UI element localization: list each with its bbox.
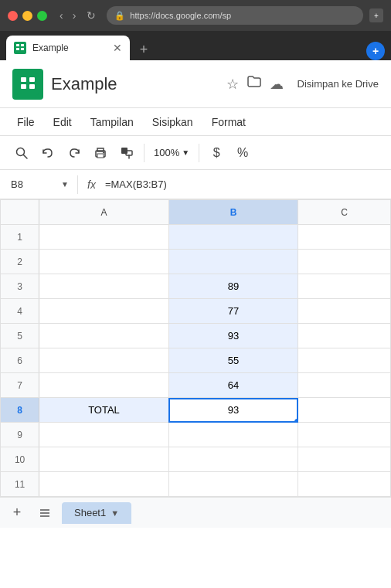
- col-header-a[interactable]: A: [39, 200, 169, 225]
- minimize-window-button[interactable]: [22, 11, 32, 21]
- formula-bar: B8 ▼ fx: [0, 170, 391, 199]
- col-header-b[interactable]: B: [168, 200, 298, 225]
- sheets-list-icon: [39, 507, 51, 519]
- cell-c11[interactable]: [298, 472, 391, 497]
- cell-a9[interactable]: [39, 423, 169, 447]
- menu-sisipkan[interactable]: Sisipkan: [144, 113, 201, 131]
- row-num-3: 3: [1, 274, 39, 299]
- currency-button[interactable]: $: [204, 141, 229, 165]
- cell-c3[interactable]: [298, 274, 391, 299]
- menu-edit[interactable]: Edit: [46, 113, 80, 131]
- add-sheet-button[interactable]: +: [6, 502, 28, 524]
- back-button[interactable]: ‹: [56, 8, 66, 23]
- cell-c6[interactable]: [298, 348, 391, 373]
- star-button[interactable]: ☆: [226, 76, 239, 93]
- cell-b4[interactable]: 77: [168, 299, 298, 324]
- tab-bar: Example ✕ + +: [0, 31, 391, 60]
- redo-button[interactable]: [62, 141, 87, 165]
- row-num-4: 4: [1, 299, 39, 324]
- print-button[interactable]: [88, 141, 113, 165]
- menu-tampilan[interactable]: Tampilan: [83, 113, 141, 131]
- sheet-menu-button[interactable]: [34, 502, 56, 524]
- cell-ref-dropdown[interactable]: ▼: [57, 177, 73, 192]
- sheet-tab-name: Sheet1: [74, 507, 106, 518]
- address-bar[interactable]: 🔒 https://docs.google.com/sp: [107, 6, 363, 25]
- table-row: 2: [1, 250, 391, 274]
- cell-a3[interactable]: [39, 274, 169, 299]
- print-icon: [94, 146, 107, 160]
- table-row: 7 64: [1, 373, 391, 398]
- svg-rect-14: [97, 148, 104, 151]
- cell-c10[interactable]: [298, 447, 391, 472]
- refresh-button[interactable]: ↻: [87, 9, 96, 22]
- extension-icon[interactable]: +: [369, 8, 383, 22]
- spreadsheet-table: A B C 1 2 3 89: [0, 199, 391, 497]
- toolbar-divider: [144, 144, 144, 162]
- cell-b5[interactable]: 93: [168, 324, 298, 348]
- cell-a11[interactable]: [39, 472, 169, 497]
- cell-b8[interactable]: 93: [168, 398, 298, 423]
- zoom-control[interactable]: 100% ▼: [149, 144, 194, 161]
- cell-a7[interactable]: [39, 373, 169, 398]
- account-icon[interactable]: +: [366, 42, 385, 60]
- toolbar: 100% ▼ $ %: [0, 136, 391, 170]
- cloud-button[interactable]: ☁: [270, 76, 284, 93]
- nav-arrows: ‹ ›: [56, 8, 79, 23]
- cell-c2[interactable]: [298, 250, 391, 274]
- close-window-button[interactable]: [8, 11, 18, 21]
- svg-rect-2: [21, 44, 24, 46]
- folder-button[interactable]: [246, 74, 262, 93]
- cell-b1[interactable]: [168, 225, 298, 250]
- cell-a2[interactable]: [39, 250, 169, 274]
- fill-handle[interactable]: [294, 419, 298, 423]
- menu-format[interactable]: Format: [204, 113, 253, 131]
- save-status-text: Disimpan ke Drive: [298, 78, 379, 90]
- cell-a5[interactable]: [39, 324, 169, 348]
- new-tab-button[interactable]: +: [133, 39, 155, 60]
- percent-symbol: %: [237, 146, 248, 160]
- cell-a8[interactable]: TOTAL: [39, 398, 169, 423]
- forward-button[interactable]: ›: [70, 8, 80, 23]
- cell-a1[interactable]: [39, 225, 169, 250]
- menu-bar: File Edit Tampilan Sisipkan Format: [0, 108, 391, 136]
- cell-a6[interactable]: [39, 348, 169, 373]
- col-header-c[interactable]: C: [298, 200, 391, 225]
- cell-b11[interactable]: [168, 472, 298, 497]
- svg-rect-4: [21, 48, 24, 50]
- svg-rect-6: [21, 77, 26, 82]
- tab-close-button[interactable]: ✕: [113, 42, 122, 54]
- cell-a4[interactable]: [39, 299, 169, 324]
- paint-format-button[interactable]: [114, 141, 139, 165]
- row-num-1: 1: [1, 225, 39, 250]
- menu-file[interactable]: File: [9, 113, 42, 131]
- search-button[interactable]: [9, 141, 34, 165]
- browser-chrome: ‹ › ↻ 🔒 https://docs.google.com/sp +: [0, 0, 391, 31]
- cell-c4[interactable]: [298, 299, 391, 324]
- percent-button[interactable]: %: [230, 141, 255, 165]
- formula-input[interactable]: [105, 178, 385, 190]
- browser-tab[interactable]: Example ✕: [6, 36, 130, 60]
- row-num-11: 11: [1, 472, 39, 497]
- app-title: Example: [51, 74, 226, 94]
- cell-c5[interactable]: [298, 324, 391, 348]
- cell-c8[interactable]: [298, 398, 391, 423]
- cell-a10[interactable]: [39, 447, 169, 472]
- row-num-9: 9: [1, 423, 39, 447]
- sheet-tab-sheet1[interactable]: Sheet1 ▼: [62, 502, 131, 524]
- fx-label: fx: [83, 178, 100, 191]
- cell-c7[interactable]: [298, 373, 391, 398]
- svg-rect-0: [14, 42, 26, 54]
- undo-button[interactable]: [36, 141, 60, 165]
- maximize-window-button[interactable]: [37, 11, 47, 21]
- cell-b2[interactable]: [168, 250, 298, 274]
- cell-c1[interactable]: [298, 225, 391, 250]
- cell-b3[interactable]: 89: [168, 274, 298, 299]
- cell-c9[interactable]: [298, 423, 391, 447]
- table-row: 11: [1, 472, 391, 497]
- cell-b10[interactable]: [168, 447, 298, 472]
- cell-b9[interactable]: [168, 423, 298, 447]
- cell-b7[interactable]: 64: [168, 373, 298, 398]
- cell-b6[interactable]: 55: [168, 348, 298, 373]
- sheets-favicon: [14, 42, 26, 54]
- app-header: Example ☆ ☁ Disimpan ke Drive: [0, 60, 391, 108]
